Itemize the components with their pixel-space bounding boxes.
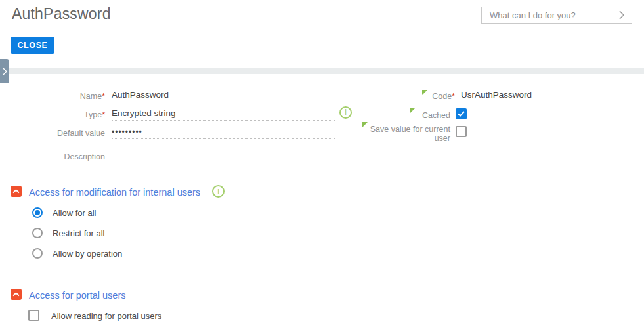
save-value-for-current-user-checkbox[interactable] — [456, 126, 467, 137]
side-panel-expand-tab[interactable] — [0, 59, 9, 83]
description-field[interactable] — [112, 153, 640, 165]
radio-allow-for-all-label[interactable]: Allow for all — [53, 208, 96, 219]
type-label: Type* — [0, 110, 105, 120]
allow-reading-portal-users-checkbox[interactable] — [28, 310, 39, 321]
chevron-up-icon — [12, 292, 20, 297]
description-label: Description — [0, 152, 105, 162]
section-collapse-button[interactable] — [11, 289, 22, 300]
code-field[interactable]: UsrAuthPassword — [461, 90, 640, 102]
allow-reading-portal-users-label[interactable]: Allow reading for portal users — [51, 311, 161, 322]
cached-checkbox[interactable] — [456, 108, 467, 119]
name-label: Name* — [0, 91, 105, 102]
required-asterisk: * — [102, 110, 105, 119]
chevron-right-icon — [3, 68, 7, 75]
divider-bar — [0, 68, 644, 74]
radio-restrict-for-all-label[interactable]: Restrict for all — [53, 228, 104, 239]
assistant-search-box[interactable]: What can I do for you? — [481, 7, 632, 24]
page-title: AuthPassword — [12, 5, 111, 23]
check-icon — [458, 111, 465, 117]
radio-allow-for-all[interactable] — [32, 207, 43, 218]
name-field[interactable]: AuthPassword — [112, 90, 335, 102]
required-asterisk: * — [102, 92, 105, 101]
close-button[interactable]: CLOSE — [11, 37, 54, 54]
radio-allow-by-operation-label[interactable]: Allow by operation — [53, 249, 122, 259]
radio-allow-by-operation[interactable] — [32, 248, 43, 259]
assistant-submit-button[interactable] — [612, 7, 632, 23]
required-asterisk: * — [452, 92, 455, 101]
section-title-internal-access[interactable]: Access for modification for internal use… — [29, 186, 200, 198]
type-info-icon[interactable]: i — [339, 106, 352, 119]
assistant-placeholder[interactable]: What can I do for you? — [482, 10, 612, 20]
chevron-right-icon — [619, 10, 624, 20]
section-info-icon[interactable]: i — [212, 185, 225, 198]
cached-label: Cached — [354, 110, 450, 121]
code-label: Code* — [354, 91, 455, 102]
type-field[interactable]: Encrypted string — [112, 108, 335, 121]
setting-page: AuthPassword What can I do for you? CLOS… — [0, 0, 644, 334]
default-value-field[interactable]: ••••••••• — [112, 127, 335, 139]
default-value-label: Default value — [0, 128, 105, 138]
save-value-for-current-user-label: Save value for current user — [354, 125, 450, 143]
section-collapse-button[interactable] — [11, 186, 22, 197]
radio-dot — [35, 210, 40, 215]
chevron-up-icon — [12, 189, 20, 194]
section-title-portal-access[interactable]: Access for portal users — [29, 289, 125, 301]
radio-restrict-for-all[interactable] — [32, 228, 43, 238]
